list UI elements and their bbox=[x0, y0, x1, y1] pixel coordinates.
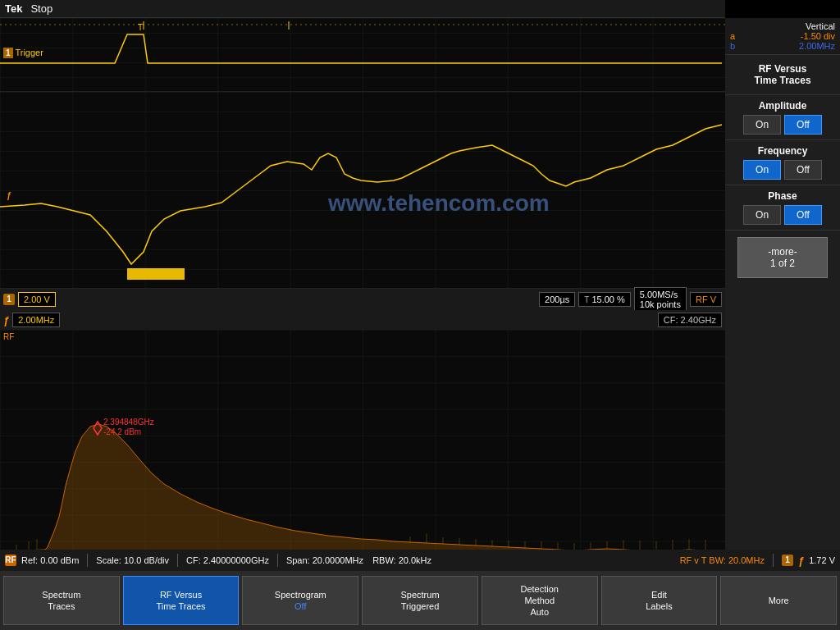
frequency-section: Frequency On Off bbox=[725, 140, 840, 185]
edit-labels-label: EditLabels bbox=[646, 589, 672, 613]
svg-text:2.394848GHz: 2.394848GHz bbox=[103, 418, 154, 427]
ref-label: Ref: 0.00 dBm bbox=[21, 555, 79, 565]
frequency-off-btn[interactable]: Off bbox=[784, 160, 822, 180]
spectrogram-btn[interactable]: Spectrogram Off bbox=[242, 576, 358, 625]
spectrogram-label: Spectrogram bbox=[275, 589, 326, 600]
phase-on-btn[interactable]: On bbox=[743, 205, 781, 225]
top-bar: Tek Stop bbox=[0, 0, 725, 18]
amplitude-off-btn[interactable]: Off bbox=[784, 115, 822, 135]
svg-text:T: T bbox=[138, 23, 143, 32]
vertical-details: a -1.50 div bbox=[730, 31, 835, 41]
rf-label: RF V bbox=[690, 292, 722, 307]
amplitude-row: On Off bbox=[732, 115, 833, 135]
spectrum-area: 2.394848GHz -24.2 dBm 2.390GHz RF bbox=[0, 330, 725, 568]
rf-traces-section: RF VersusTime Traces bbox=[725, 58, 840, 95]
phase-off-btn[interactable]: Off bbox=[784, 205, 822, 225]
more-button[interactable]: -more-1 of 2 bbox=[737, 237, 828, 278]
spectrum-triggered-label: SpectrumTriggered bbox=[400, 589, 439, 613]
scope-area: T 1 Trigger ƒ www. bbox=[0, 18, 725, 551]
status-bar-2: ƒ 2.00MHz CF: 2.40GHz bbox=[0, 310, 725, 330]
amplitude-label: Amplitude bbox=[732, 100, 833, 112]
sample-rate: 5.00MS/s10k points bbox=[634, 287, 687, 312]
svg-rect-0 bbox=[0, 18, 725, 92]
spectrum-traces-btn[interactable]: SpectrumTraces bbox=[3, 576, 120, 625]
ch-b-label: b bbox=[730, 41, 735, 51]
stop-label: Stop bbox=[30, 2, 52, 15]
vertical-title: Vertical bbox=[730, 21, 835, 31]
ch1-voltage: 2.00 V bbox=[18, 292, 56, 307]
trigger-pct: T 15.00 % bbox=[578, 292, 631, 307]
more-label: More bbox=[769, 595, 789, 606]
frequency-on-btn[interactable]: On bbox=[743, 160, 781, 180]
frequency-row: On Off bbox=[732, 160, 833, 180]
detection-method-label: DetectionMethodAuto bbox=[520, 583, 558, 619]
rf-indicator: RF bbox=[5, 555, 16, 566]
time-domain: ƒ www.tehencom.com bbox=[0, 92, 725, 289]
frequency-label: Frequency bbox=[732, 145, 833, 157]
spectrogram-off: Off bbox=[294, 600, 306, 612]
ch-a-label: a bbox=[730, 31, 735, 41]
svg-text:ƒ: ƒ bbox=[7, 191, 11, 200]
amplitude-on-btn[interactable]: On bbox=[743, 115, 781, 135]
spectrum-triggered-btn[interactable]: SpectrumTriggered bbox=[362, 576, 478, 625]
scale-label: Scale: 10.0 dB/div bbox=[96, 555, 169, 565]
right-panel: Vertical a -1.50 div b 2.00MHz RF Versus… bbox=[725, 18, 840, 550]
timebase-time: 200µs bbox=[539, 292, 575, 307]
trigger-label: 1 Trigger bbox=[3, 48, 43, 57]
cf-spectrum: CF: 2.40000000GHz bbox=[186, 555, 269, 565]
vertical-details2: b 2.00MHz bbox=[730, 41, 835, 51]
button-bar: SpectrumTraces RF VersusTime Traces Spec… bbox=[0, 571, 840, 630]
span-label: Span: 20.0000MHz RBW: 20.0kHz bbox=[286, 555, 431, 565]
svg-text:-24.2 dBm: -24.2 dBm bbox=[103, 427, 141, 436]
volt-label: 1.72 V bbox=[809, 555, 835, 565]
status-bottom: RF Ref: 0.00 dBm Scale: 10.0 dB/div CF: … bbox=[0, 550, 840, 571]
svg-text:RF: RF bbox=[3, 332, 14, 341]
ch1-ind2: 1 bbox=[782, 555, 793, 566]
trigger-area: T 1 Trigger bbox=[0, 18, 725, 92]
ch-freq: 2.00MHz bbox=[12, 313, 60, 327]
f-icon2: ƒ bbox=[798, 555, 804, 567]
more-btn[interactable]: More bbox=[720, 576, 837, 625]
panel-title: RF VersusTime Traces bbox=[732, 63, 833, 86]
svg-rect-7 bbox=[127, 268, 185, 280]
tek-logo: Tek bbox=[5, 2, 22, 15]
rf-versus-time-btn[interactable]: RF VersusTime Traces bbox=[123, 576, 240, 625]
f-icon: ƒ bbox=[3, 314, 9, 326]
svg-rect-5 bbox=[0, 92, 725, 289]
status-bar-1: 1 2.00 V 200µs T 15.00 % 5.00MS/s10k poi… bbox=[0, 289, 725, 310]
edit-labels-btn[interactable]: EditLabels bbox=[601, 576, 718, 625]
phase-label: Phase bbox=[732, 190, 833, 202]
detection-method-btn[interactable]: DetectionMethodAuto bbox=[482, 576, 598, 625]
spectrum-traces-label: SpectrumTraces bbox=[42, 589, 80, 613]
bw-label: RF v T BW: 20.0MHz bbox=[680, 555, 765, 565]
ch-b-value: 2.00MHz bbox=[799, 41, 835, 51]
ch-a-value: -1.50 div bbox=[801, 31, 835, 41]
cf-label: CF: 2.40GHz bbox=[658, 313, 722, 327]
amplitude-section: Amplitude On Off bbox=[725, 95, 840, 140]
rf-versus-time-label: RF VersusTime Traces bbox=[157, 589, 206, 613]
phase-section: Phase On Off bbox=[725, 185, 840, 231]
ch1-indicator: 1 bbox=[3, 294, 15, 305]
vertical-box: Vertical a -1.50 div b 2.00MHz bbox=[725, 18, 840, 55]
phase-row: On Off bbox=[732, 205, 833, 225]
